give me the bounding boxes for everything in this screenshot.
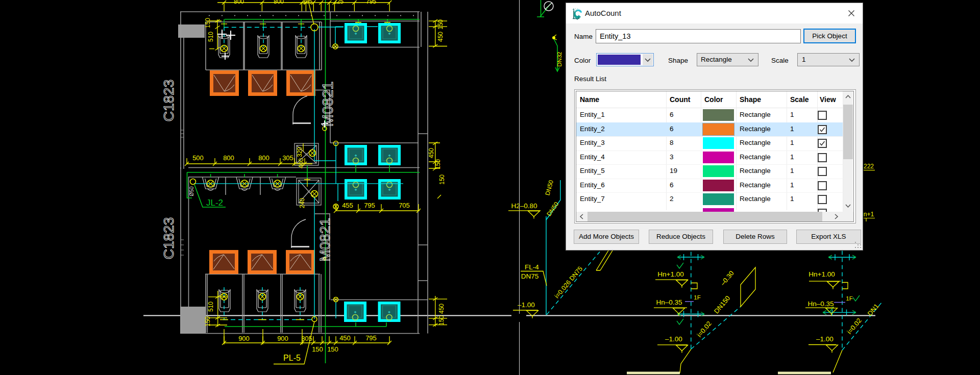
svg-text:DN75: DN75 xyxy=(521,272,539,280)
svg-text:450: 450 xyxy=(428,148,435,158)
svg-text:800: 800 xyxy=(274,0,284,5)
svg-text:M0821: M0821 xyxy=(320,82,336,127)
svg-text:DN1: DN1 xyxy=(866,302,880,317)
svg-text:240: 240 xyxy=(299,198,306,208)
svg-text:–1.00: –1.00 xyxy=(665,335,682,343)
svg-text:DN32: DN32 xyxy=(556,52,562,66)
svg-text:150: 150 xyxy=(312,345,323,353)
svg-text:i=0.02: i=0.02 xyxy=(695,320,713,339)
svg-text:Hn–0.35: Hn–0.35 xyxy=(807,300,834,308)
svg-text:FL-4: FL-4 xyxy=(525,263,539,271)
svg-text:800: 800 xyxy=(258,154,270,162)
svg-text:795: 795 xyxy=(364,202,375,209)
svg-text:705: 705 xyxy=(399,202,410,209)
svg-text:400: 400 xyxy=(298,158,305,168)
svg-text:150: 150 xyxy=(204,18,211,28)
svg-text:C1823: C1823 xyxy=(161,217,177,260)
svg-text:800: 800 xyxy=(234,0,244,5)
svg-text:150: 150 xyxy=(204,316,211,327)
svg-text:222: 222 xyxy=(864,163,874,170)
svg-text:900: 900 xyxy=(238,335,250,342)
svg-text:Hn+1.00: Hn+1.00 xyxy=(808,270,835,278)
svg-text:150: 150 xyxy=(437,19,444,30)
svg-text:305: 305 xyxy=(302,0,312,5)
svg-text:795: 795 xyxy=(366,0,376,5)
svg-text:DN50: DN50 xyxy=(544,179,555,196)
svg-text:510: 510 xyxy=(207,32,214,42)
svg-text:900: 900 xyxy=(277,335,288,342)
svg-text:JL-2: JL-2 xyxy=(206,198,223,208)
svg-text:455: 455 xyxy=(342,202,353,209)
svg-text:i=0.026 DN75: i=0.026 DN75 xyxy=(553,265,584,299)
svg-text:Ø50: Ø50 xyxy=(189,186,194,196)
svg-text:M0821: M0821 xyxy=(317,218,333,262)
svg-text:i=0.02: i=0.02 xyxy=(845,317,863,336)
svg-text:800: 800 xyxy=(223,154,234,162)
svg-text:150: 150 xyxy=(434,159,442,169)
svg-text:DN150: DN150 xyxy=(713,294,732,315)
svg-text:305: 305 xyxy=(301,335,312,342)
svg-text:500: 500 xyxy=(192,154,204,162)
svg-text:C1823: C1823 xyxy=(161,80,177,122)
svg-text:–1.00: –1.00 xyxy=(816,335,834,343)
svg-text:450: 450 xyxy=(339,334,351,342)
svg-text:150: 150 xyxy=(438,315,445,326)
svg-text:450: 450 xyxy=(437,32,444,42)
svg-text:225: 225 xyxy=(333,0,344,5)
svg-text:150: 150 xyxy=(438,174,446,185)
svg-text:305: 305 xyxy=(282,154,293,162)
svg-text:1F: 1F xyxy=(694,294,700,301)
svg-text:Hn–0.35: Hn–0.35 xyxy=(656,298,682,306)
svg-text:1F: 1F xyxy=(846,295,852,302)
svg-text:n+1: n+1 xyxy=(864,211,874,218)
svg-text:PL-5: PL-5 xyxy=(283,354,301,362)
svg-text:150: 150 xyxy=(327,345,338,353)
svg-text:320: 320 xyxy=(296,147,303,157)
svg-text:H2–0.80: H2–0.80 xyxy=(511,202,537,210)
svg-text:450: 450 xyxy=(438,304,445,314)
svg-text:795: 795 xyxy=(365,334,377,342)
svg-text:510: 510 xyxy=(207,302,214,312)
svg-text:–0.30: –0.30 xyxy=(719,269,735,287)
svg-text:–1.00: –1.00 xyxy=(518,301,535,309)
svg-text:Hn+1.00: Hn+1.00 xyxy=(657,270,683,278)
